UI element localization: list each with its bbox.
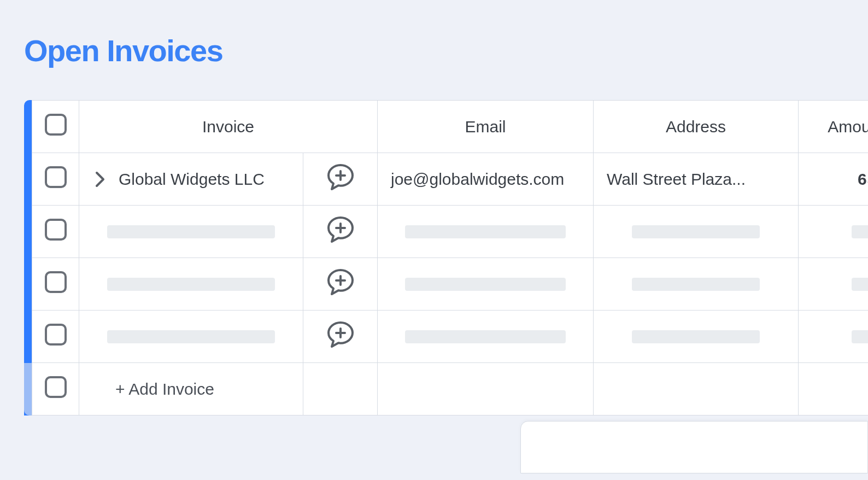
invoice-address[interactable]: Wall Street Plaza... — [594, 153, 799, 206]
placeholder-bar — [632, 278, 760, 291]
column-header-address[interactable]: Address — [594, 101, 799, 153]
page-title: Open Invoices — [24, 33, 868, 68]
placeholder-bar — [405, 278, 566, 291]
add-invoice-row: + Add Invoice — [32, 363, 869, 415]
add-comment-icon[interactable] — [326, 163, 355, 191]
placeholder-bar — [852, 225, 868, 238]
placeholder-bar — [107, 278, 275, 291]
row-checkbox[interactable] — [45, 219, 67, 241]
invoice-table: Invoice Email Address Amou — [24, 100, 868, 415]
placeholder-bar — [107, 330, 275, 343]
placeholder-bar — [632, 225, 760, 238]
table-row — [32, 311, 869, 363]
placeholder-bar — [405, 225, 566, 238]
row-checkbox[interactable] — [45, 376, 67, 398]
chevron-right-icon[interactable] — [92, 172, 108, 187]
row-checkbox[interactable] — [45, 324, 67, 346]
row-checkbox[interactable] — [45, 166, 67, 188]
add-invoice-button[interactable]: + Add Invoice — [79, 363, 303, 415]
table-row: Global Widgets LLC joe@globalwidgets. — [32, 153, 869, 206]
placeholder-bar — [632, 330, 760, 343]
table-header-row: Invoice Email Address Amou — [32, 101, 869, 153]
table-row — [32, 206, 869, 258]
invoice-amount: 650 — [799, 153, 869, 206]
dropdown-panel[interactable] — [520, 421, 868, 473]
select-all-checkbox[interactable] — [45, 114, 67, 136]
add-comment-icon[interactable] — [326, 215, 355, 244]
placeholder-bar — [852, 278, 868, 291]
column-header-amount[interactable]: Amou — [799, 101, 869, 153]
row-checkbox[interactable] — [45, 271, 67, 293]
placeholder-bar — [405, 330, 566, 343]
invoice-name[interactable]: Global Widgets LLC — [119, 170, 265, 189]
add-comment-icon[interactable] — [326, 320, 355, 349]
placeholder-bar — [107, 225, 275, 238]
column-header-email[interactable]: Email — [378, 101, 594, 153]
placeholder-bar — [852, 330, 868, 343]
invoice-email[interactable]: joe@globalwidgets.com — [378, 153, 594, 206]
add-comment-icon[interactable] — [326, 268, 355, 296]
table-row — [32, 258, 869, 311]
column-header-invoice[interactable]: Invoice — [79, 101, 378, 153]
